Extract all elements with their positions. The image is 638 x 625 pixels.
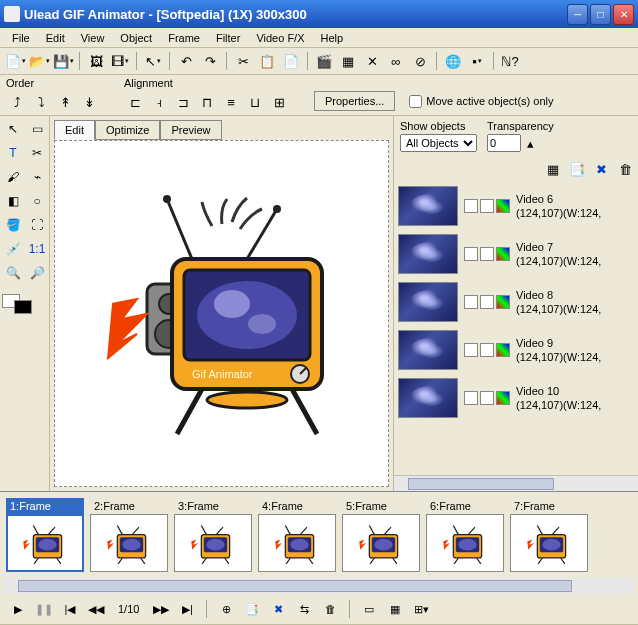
- align-center-h-icon[interactable]: ⫞: [148, 91, 170, 113]
- object-list-item[interactable]: Video 10(124,107)(W:124,: [394, 374, 638, 422]
- frame-props3-icon[interactable]: ⊞▾: [411, 600, 431, 618]
- send-back-icon[interactable]: ⤵: [30, 91, 52, 113]
- panel-add-icon[interactable]: ▦: [542, 158, 564, 180]
- menu-view[interactable]: View: [73, 30, 113, 46]
- move-active-checkbox[interactable]: [409, 95, 422, 108]
- select-tool-icon[interactable]: ↖: [2, 118, 24, 140]
- menu-frame[interactable]: Frame: [160, 30, 208, 46]
- menu-videofx[interactable]: Video F/X: [248, 30, 312, 46]
- align-center-canvas-icon[interactable]: ⊞: [268, 91, 290, 113]
- transparency-input[interactable]: [487, 134, 521, 152]
- unlink-icon[interactable]: ⊘: [409, 50, 431, 72]
- filmstrip-icon[interactable]: 🎬: [313, 50, 335, 72]
- redo-icon[interactable]: ↷: [199, 50, 221, 72]
- tab-optimize[interactable]: Optimize: [95, 120, 160, 140]
- next-frame-icon[interactable]: ▶▶: [151, 600, 171, 618]
- lasso-tool-icon[interactable]: ⌁: [26, 166, 48, 188]
- new-icon[interactable]: 📄▾: [4, 50, 26, 72]
- last-frame-icon[interactable]: ▶|: [177, 600, 197, 618]
- zoom-11-icon[interactable]: 1:1: [26, 238, 48, 260]
- menu-edit[interactable]: Edit: [38, 30, 73, 46]
- transform-tool-icon[interactable]: ⛶: [26, 214, 48, 236]
- align-left-icon[interactable]: ⊏: [124, 91, 146, 113]
- crop-tool-icon[interactable]: ✂: [26, 142, 48, 164]
- eyedropper-tool-icon[interactable]: 💉: [2, 238, 24, 260]
- frames-icon[interactable]: ▦: [337, 50, 359, 72]
- object-list-item[interactable]: Video 9(124,107)(W:124,: [394, 326, 638, 374]
- object-list-item[interactable]: Video 8(124,107)(W:124,: [394, 278, 638, 326]
- show-objects-select[interactable]: All Objects: [400, 134, 477, 152]
- align-center-v-icon[interactable]: ≡: [220, 91, 242, 113]
- delete-icon[interactable]: ✕: [361, 50, 383, 72]
- maximize-button[interactable]: □: [590, 4, 611, 25]
- copy-icon[interactable]: 📋: [256, 50, 278, 72]
- pause-icon[interactable]: ❚❚: [34, 600, 54, 618]
- trash-frame-icon[interactable]: 🗑: [320, 600, 340, 618]
- add-frame-icon[interactable]: ⊕: [216, 600, 236, 618]
- timeline-frame[interactable]: 4:Frame: [258, 498, 336, 572]
- timeline-frames[interactable]: 1:Frame 2:Frame 3:Frame 4:Frame 5:Frame …: [4, 496, 634, 574]
- object-visibility-boxes[interactable]: [464, 247, 510, 261]
- zoom-in-icon[interactable]: 🔍: [2, 262, 24, 284]
- settings-icon[interactable]: ▪▾: [466, 50, 488, 72]
- menu-object[interactable]: Object: [112, 30, 160, 46]
- backward-icon[interactable]: ↡: [78, 91, 100, 113]
- object-list-item[interactable]: Video 7(124,107)(W:124,: [394, 230, 638, 278]
- remove-frame-icon[interactable]: ✖: [268, 600, 288, 618]
- canvas[interactable]: Gif Animator: [54, 140, 389, 487]
- menu-help[interactable]: Help: [313, 30, 352, 46]
- background-swatch[interactable]: [14, 300, 32, 314]
- object-visibility-boxes[interactable]: [464, 343, 510, 357]
- panel-trash-icon[interactable]: 🗑: [614, 158, 636, 180]
- spinner-up-icon[interactable]: ▴: [523, 134, 537, 152]
- align-bottom-icon[interactable]: ⊔: [244, 91, 266, 113]
- timeline-frame[interactable]: 2:Frame: [90, 498, 168, 572]
- zoom-out-icon[interactable]: 🔎: [26, 262, 48, 284]
- undo-icon[interactable]: ↶: [175, 50, 197, 72]
- object-visibility-boxes[interactable]: [464, 199, 510, 213]
- import-video-icon[interactable]: 🎞▾: [109, 50, 131, 72]
- align-right-icon[interactable]: ⊐: [172, 91, 194, 113]
- help-icon[interactable]: ℕ?: [499, 50, 521, 72]
- link-icon[interactable]: ∞: [385, 50, 407, 72]
- import-image-icon[interactable]: 🖼: [85, 50, 107, 72]
- frame-props-icon[interactable]: ▭: [359, 600, 379, 618]
- bring-front-icon[interactable]: ⤴: [6, 91, 28, 113]
- tab-preview[interactable]: Preview: [160, 120, 221, 140]
- save-icon[interactable]: 💾▾: [52, 50, 74, 72]
- cut-icon[interactable]: ✂: [232, 50, 254, 72]
- brush-tool-icon[interactable]: 🖌: [2, 166, 24, 188]
- timeline-frame[interactable]: 5:Frame: [342, 498, 420, 572]
- timeline-scrollbar[interactable]: [4, 578, 634, 594]
- panel-duplicate-icon[interactable]: 📑: [566, 158, 588, 180]
- ellipse-tool-icon[interactable]: ○: [26, 190, 48, 212]
- frame-props2-icon[interactable]: ▦: [385, 600, 405, 618]
- panel-scrollbar[interactable]: [394, 475, 638, 491]
- timeline-frame[interactable]: 7:Frame: [510, 498, 588, 572]
- timeline-frame[interactable]: 1:Frame: [6, 498, 84, 572]
- prev-frame-icon[interactable]: ◀◀: [86, 600, 106, 618]
- timeline-frame[interactable]: 6:Frame: [426, 498, 504, 572]
- forward-icon[interactable]: ↟: [54, 91, 76, 113]
- object-list[interactable]: Video 6(124,107)(W:124, Video 7(124,107)…: [394, 182, 638, 475]
- open-icon[interactable]: 📂▾: [28, 50, 50, 72]
- pointer-icon[interactable]: ↖▾: [142, 50, 164, 72]
- panel-delete-icon[interactable]: ✖: [590, 158, 612, 180]
- play-icon[interactable]: ▶: [8, 600, 28, 618]
- preview-browser-icon[interactable]: 🌐: [442, 50, 464, 72]
- menu-file[interactable]: File: [4, 30, 38, 46]
- align-top-icon[interactable]: ⊓: [196, 91, 218, 113]
- first-frame-icon[interactable]: |◀: [60, 600, 80, 618]
- timeline-frame[interactable]: 3:Frame: [174, 498, 252, 572]
- object-visibility-boxes[interactable]: [464, 295, 510, 309]
- text-tool-icon[interactable]: T: [2, 142, 24, 164]
- tween-icon[interactable]: ⇆: [294, 600, 314, 618]
- object-visibility-boxes[interactable]: [464, 391, 510, 405]
- bucket-tool-icon[interactable]: 🪣: [2, 214, 24, 236]
- tab-edit[interactable]: Edit: [54, 120, 95, 140]
- eraser-tool-icon[interactable]: ◧: [2, 190, 24, 212]
- marquee-tool-icon[interactable]: ▭: [26, 118, 48, 140]
- properties-button[interactable]: Properties...: [314, 91, 395, 111]
- minimize-button[interactable]: ─: [567, 4, 588, 25]
- object-list-item[interactable]: Video 6(124,107)(W:124,: [394, 182, 638, 230]
